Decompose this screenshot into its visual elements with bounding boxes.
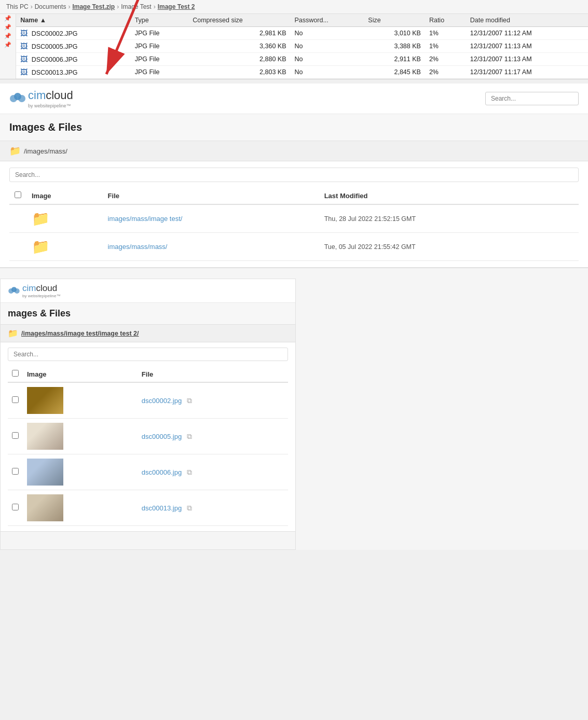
col-date[interactable]: Date modified bbox=[466, 14, 588, 27]
pin-icon-2[interactable]: 📌 bbox=[0, 23, 16, 32]
row-checkbox[interactable] bbox=[12, 432, 19, 439]
explorer-file-ratio: 2% bbox=[425, 53, 466, 66]
copy-icon[interactable]: ⧉ bbox=[187, 504, 192, 512]
explorer-file-name[interactable]: 🖼 DSC00005.JPG bbox=[16, 40, 131, 53]
col-ratio[interactable]: Ratio bbox=[425, 14, 466, 27]
content-search-2[interactable] bbox=[8, 348, 288, 361]
col-checkbox-header bbox=[9, 187, 26, 204]
explorer-file-ratio: 2% bbox=[425, 66, 466, 79]
logo-cim-text: cim bbox=[28, 89, 46, 102]
cim-logo-2: cimcloud by websitepipeline™ bbox=[8, 283, 288, 298]
path-text-1: /images/mass/ bbox=[24, 147, 67, 155]
explorer-file-type: JPG File bbox=[131, 66, 189, 79]
select-all-checkbox-1[interactable] bbox=[15, 191, 21, 198]
col-image-header-1: Image bbox=[26, 187, 103, 204]
cim-folder-row: 📁 images/mass/image test/ Thu, 28 Jul 20… bbox=[9, 204, 579, 233]
cim-image-row: dsc00002.jpg ⧉ bbox=[8, 382, 288, 419]
row-checkbox-cell-2[interactable] bbox=[8, 382, 23, 419]
image-file-link[interactable]: dsc00013.jpg bbox=[142, 504, 182, 512]
row-checkbox[interactable] bbox=[12, 396, 19, 403]
row-checkbox-cell bbox=[9, 233, 26, 261]
row-checkbox[interactable] bbox=[12, 468, 19, 475]
explorer-file-date: 12/31/2007 11:13 AM bbox=[466, 40, 588, 53]
cim-search-input-1[interactable] bbox=[485, 92, 579, 105]
explorer-file-type: JPG File bbox=[131, 40, 189, 53]
page-title-1: Images & Files bbox=[0, 114, 588, 141]
content-search-1[interactable] bbox=[9, 168, 579, 182]
folder-icon-1: 📁 bbox=[9, 145, 21, 157]
image-file-cell[interactable]: dsc00002.jpg ⧉ bbox=[138, 382, 288, 419]
col-image-header-2: Image bbox=[23, 366, 138, 382]
folder-icon-2: 📁 bbox=[8, 328, 18, 338]
folder-link[interactable]: images/mass/image test/ bbox=[108, 215, 183, 223]
cim-logo-icon-1 bbox=[9, 91, 26, 106]
image-file-cell[interactable]: dsc00013.jpg ⧉ bbox=[138, 490, 288, 526]
row-checkbox-cell bbox=[9, 204, 26, 233]
cim-image-row: dsc00005.jpg ⧉ bbox=[8, 419, 288, 454]
folder-icon-large: 📁 bbox=[32, 211, 50, 227]
files-table-1: Image File Last Modified 📁 images/mass/i… bbox=[9, 187, 579, 261]
folder-date: Thu, 28 Jul 2022 21:52:15 GMT bbox=[319, 204, 579, 233]
files-table-2: Image File dsc00002.jpg ⧉ bbox=[8, 366, 288, 526]
explorer-file-compressed: 2,803 KB bbox=[188, 66, 290, 79]
logo-cloud-text-2: cloud bbox=[36, 283, 57, 293]
image-thumb-cell bbox=[23, 419, 138, 454]
explorer-file-name[interactable]: 🖼 DSC00006.JPG bbox=[16, 53, 131, 66]
image-file-link[interactable]: dsc00006.jpg bbox=[142, 468, 182, 476]
jpg-icon: 🖼 bbox=[20, 29, 28, 37]
image-file-link[interactable]: dsc00005.jpg bbox=[142, 433, 182, 440]
explorer-file-password: No bbox=[291, 40, 364, 53]
explorer-file-name[interactable]: 🖼 DSC00002.JPG bbox=[16, 27, 131, 40]
col-name[interactable]: Name ▲ bbox=[16, 14, 131, 27]
image-file-link[interactable]: dsc00002.jpg bbox=[142, 397, 182, 405]
explorer-file-size: 2,845 KB bbox=[364, 66, 425, 79]
row-checkbox-cell-2[interactable] bbox=[8, 454, 23, 490]
svg-point-5 bbox=[18, 95, 25, 102]
explorer-file-password: No bbox=[291, 53, 364, 66]
bottom-footer bbox=[1, 531, 295, 549]
explorer-file-date: 12/31/2007 11:17 AM bbox=[466, 66, 588, 79]
folder-link[interactable]: images/mass/mass/ bbox=[108, 243, 168, 251]
breadcrumb-zip[interactable]: Image Test.zip bbox=[72, 3, 115, 10]
explorer-file-ratio: 1% bbox=[425, 40, 466, 53]
image-file-cell[interactable]: dsc00005.jpg ⧉ bbox=[138, 419, 288, 454]
logo-cim-text-2: cim bbox=[22, 283, 36, 293]
pin-icon-3[interactable]: 📌 bbox=[0, 32, 16, 40]
folder-icon-cell: 📁 bbox=[26, 204, 103, 233]
row-checkbox-cell-2[interactable] bbox=[8, 419, 23, 454]
explorer-file-row: 🖼 DSC00005.JPG JPG File 3,360 KB No 3,38… bbox=[16, 40, 588, 53]
path-bar-2: 📁 /images/mass/image test/image test 2/ bbox=[1, 325, 295, 342]
pin-icon-4[interactable]: 📌 bbox=[0, 40, 16, 49]
breadcrumb-imagetest2[interactable]: Image Test 2 bbox=[158, 3, 195, 10]
copy-icon[interactable]: ⧉ bbox=[187, 432, 192, 440]
explorer-file-date: 12/31/2007 11:13 AM bbox=[466, 53, 588, 66]
copy-icon[interactable]: ⧉ bbox=[187, 396, 192, 405]
image-file-cell[interactable]: dsc00006.jpg ⧉ bbox=[138, 454, 288, 490]
col-size[interactable]: Size bbox=[364, 14, 425, 27]
folder-link-cell[interactable]: images/mass/mass/ bbox=[103, 233, 319, 261]
logo-by-text: by websitepipeline™ bbox=[28, 103, 73, 108]
col-password[interactable]: Password... bbox=[291, 14, 364, 27]
image-thumb-cell bbox=[23, 490, 138, 526]
breadcrumb-documents[interactable]: Documents bbox=[35, 3, 66, 10]
col-compressed[interactable]: Compressed size bbox=[188, 14, 290, 27]
jpg-icon: 🖼 bbox=[20, 68, 28, 76]
explorer-table: Name ▲ Type Compressed size Password... … bbox=[16, 14, 588, 79]
col-file-header-1: File bbox=[103, 187, 319, 204]
breadcrumb-imagetest[interactable]: Image Test bbox=[121, 3, 151, 10]
image-thumbnail bbox=[27, 423, 63, 450]
pin-icon-1[interactable]: 📌 bbox=[0, 14, 16, 23]
col-type[interactable]: Type bbox=[131, 14, 189, 27]
breadcrumb-thispc[interactable]: This PC bbox=[6, 3, 29, 10]
explorer-file-row: 🖼 DSC00013.JPG JPG File 2,803 KB No 2,84… bbox=[16, 66, 588, 79]
folder-icon-cell: 📁 bbox=[26, 233, 103, 261]
explorer-file-name[interactable]: 🖼 DSC00013.JPG bbox=[16, 66, 131, 79]
explorer-file-compressed: 2,981 KB bbox=[188, 27, 290, 40]
explorer-file-size: 3,010 KB bbox=[364, 27, 425, 40]
copy-icon[interactable]: ⧉ bbox=[187, 468, 192, 476]
row-checkbox-cell-2[interactable] bbox=[8, 490, 23, 526]
folder-link-cell[interactable]: images/mass/image test/ bbox=[103, 204, 319, 233]
row-checkbox[interactable] bbox=[12, 504, 19, 510]
select-all-checkbox-2[interactable] bbox=[12, 370, 19, 377]
explorer-file-type: JPG File bbox=[131, 27, 189, 40]
